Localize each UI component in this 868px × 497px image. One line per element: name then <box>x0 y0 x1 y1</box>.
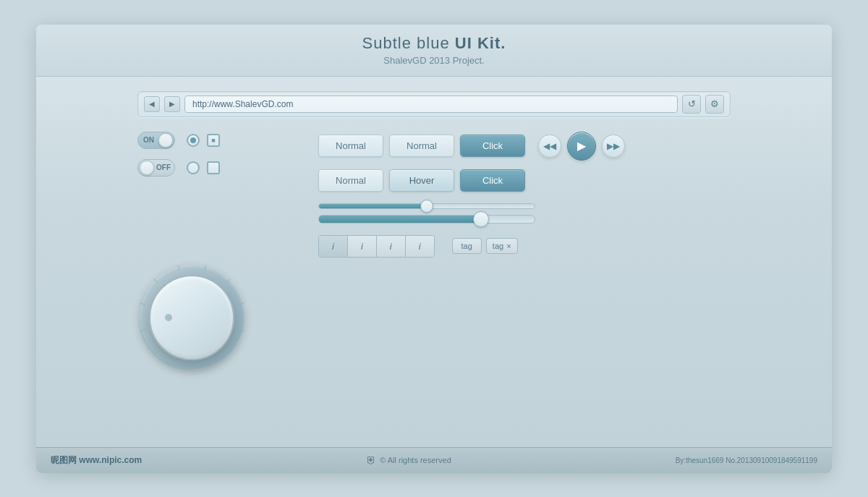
title-normal: Subtle blue <box>362 34 455 52</box>
next-icon: ▶▶ <box>607 141 620 151</box>
toggle-off-switch[interactable]: OFF <box>137 159 175 177</box>
tag-2-close-icon[interactable]: × <box>506 242 511 250</box>
tab-btn-4[interactable]: i <box>406 236 434 257</box>
toggle-on-switch[interactable]: ON <box>137 132 175 149</box>
toggle-on-row: ON <box>137 132 297 149</box>
tab-btn-2[interactable]: i <box>348 236 377 257</box>
bottom-row <box>137 263 731 372</box>
footer-bar: 昵图网 www.nipic.com ⛨ © All rights reserve… <box>36 447 832 473</box>
prev-button[interactable]: ◀◀ <box>538 135 561 158</box>
tab-btn-1[interactable]: i <box>319 236 348 257</box>
right-controls: Normal Normal Click ◀◀ ▶ ▶▶ <box>318 132 731 258</box>
forward-button[interactable]: ▶ <box>164 96 180 112</box>
footer-logo-icon: ⛨ <box>366 454 376 466</box>
knob-dot <box>165 314 172 321</box>
toggle-on-knob <box>158 133 173 148</box>
toggle-off-knob <box>140 161 154 175</box>
btn-hover-1[interactable]: Hover <box>389 169 454 192</box>
tag-2-label: tag <box>493 242 503 250</box>
main-content: ◀ ▶ ↺ ⚙ ON <box>36 77 832 447</box>
radio-unselected[interactable] <box>187 161 200 174</box>
settings-icon: ⚙ <box>710 98 719 109</box>
knob-ring <box>140 265 244 370</box>
controls-area: ON OFF <box>137 132 731 258</box>
knob-container <box>137 263 246 372</box>
btn-click-1[interactable]: Click <box>460 135 525 157</box>
tag-2[interactable]: tag × <box>486 238 518 254</box>
tab-btn-3[interactable]: i <box>377 236 406 257</box>
header-bar: Subtle blue UI Kit. ShalevGD 2013 Projec… <box>36 25 832 77</box>
settings-button[interactable]: ⚙ <box>705 95 724 114</box>
footer-right: By:thesun1669 No.20130910091849591199 <box>676 456 817 464</box>
main-container: Subtle blue UI Kit. ShalevGD 2013 Projec… <box>36 25 832 473</box>
btn-normal-3[interactable]: Normal <box>318 169 383 192</box>
media-buttons: ◀◀ ▶ ▶▶ <box>538 132 625 161</box>
radio-checkbox-group-bottom <box>187 161 220 174</box>
button-row-1: Normal Normal Click ◀◀ ▶ ▶▶ <box>318 132 731 161</box>
toggle-on-label: ON <box>143 136 154 144</box>
btn-click-2[interactable]: Click <box>460 169 525 192</box>
browser-bar: ◀ ▶ ↺ ⚙ <box>137 91 731 117</box>
left-controls: ON OFF <box>137 132 297 177</box>
play-icon: ▶ <box>577 139 586 153</box>
footer-center-text: © All rights reserved <box>380 456 451 464</box>
button-row-2: Normal Hover Click <box>318 169 731 192</box>
play-button[interactable]: ▶ <box>567 132 596 161</box>
slider-2[interactable] <box>318 215 535 224</box>
forward-icon: ▶ <box>169 100 175 108</box>
slider-area <box>318 200 731 226</box>
header-subtitle: ShalevGD 2013 Project. <box>383 55 484 66</box>
reload-icon: ↺ <box>688 98 696 109</box>
tab-buttons: i i i i <box>318 235 435 258</box>
footer-left: 昵图网 www.nipic.com <box>51 454 142 467</box>
knob-body[interactable] <box>149 275 234 360</box>
checkbox-unchecked[interactable] <box>207 161 220 174</box>
header-title: Subtle blue UI Kit. <box>362 34 506 53</box>
slider-1[interactable] <box>318 203 535 209</box>
toggle-off-row: OFF <box>137 159 297 177</box>
url-input[interactable] <box>184 95 678 113</box>
footer-center: ⛨ © All rights reserved <box>366 454 451 466</box>
btn-normal-1[interactable]: Normal <box>318 135 383 157</box>
toggle-off-label: OFF <box>156 163 171 171</box>
back-icon: ◀ <box>149 100 155 108</box>
next-button[interactable]: ▶▶ <box>602 135 625 158</box>
title-bold: UI Kit. <box>455 34 506 52</box>
radio-selected[interactable] <box>187 134 200 147</box>
btn-normal-2[interactable]: Normal <box>389 135 454 157</box>
radio-checkbox-group-top <box>187 134 220 147</box>
back-button[interactable]: ◀ <box>144 96 160 112</box>
prev-icon: ◀◀ <box>543 141 556 151</box>
reload-button[interactable]: ↺ <box>682 95 701 114</box>
checkbox-checked[interactable] <box>207 134 220 147</box>
tags-area: tag tag × <box>452 238 518 254</box>
tag-1[interactable]: tag <box>452 238 482 254</box>
